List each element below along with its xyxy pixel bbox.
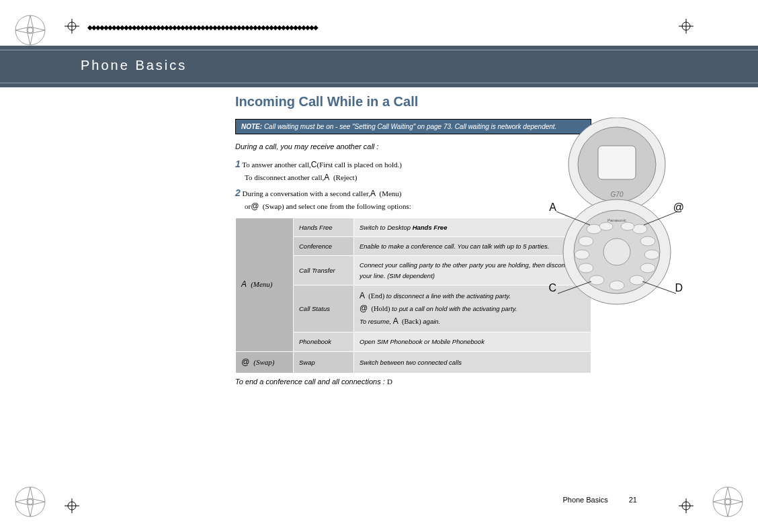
corner-ornament-icon	[13, 13, 47, 47]
svg-point-27	[632, 224, 647, 234]
page-number: 21	[629, 496, 637, 504]
option-name: Phonebook	[294, 332, 354, 351]
end-line: To end a conference call and all connect…	[235, 378, 591, 386]
note-box: NOTE: Call waiting must be on - see "Set…	[235, 119, 591, 134]
phone-key-label-D: D	[675, 282, 683, 294]
phone-key-label-A: A	[549, 202, 556, 214]
svg-point-28	[579, 236, 593, 246]
option-name: Conference	[294, 237, 354, 256]
svg-rect-20	[598, 146, 636, 179]
phone-key-label-C: C	[548, 282, 556, 294]
svg-point-37	[599, 222, 613, 230]
option-name: Hands Free	[294, 218, 354, 237]
option-desc: Switch between two connected calls	[354, 351, 591, 373]
step-number: 2	[235, 187, 241, 198]
svg-point-38	[621, 222, 634, 230]
svg-point-33	[640, 263, 655, 273]
option-name: Call Status	[294, 285, 354, 332]
phone-key-label-at: @	[673, 202, 684, 214]
swap-key-cell: @ (Swap)	[236, 351, 294, 373]
main-content: Incoming Call While in a Call NOTE: Call…	[235, 94, 591, 386]
note-label: NOTE:	[241, 123, 262, 130]
registration-mark-icon	[65, 498, 79, 513]
section-title: Incoming Call While in a Call	[235, 94, 591, 109]
footer-section: Phone Basics	[562, 496, 607, 504]
registration-mark-icon	[65, 19, 79, 34]
svg-point-0	[15, 15, 45, 45]
svg-point-31	[644, 250, 659, 259]
svg-point-35	[630, 275, 644, 285]
registration-mark-icon	[679, 498, 693, 513]
header-bar: Phone Basics	[0, 46, 758, 87]
intro-text: During a call, you may receive another c…	[235, 142, 591, 150]
svg-text:G70: G70	[611, 191, 624, 198]
svg-text:Panasonic: Panasonic	[607, 218, 626, 222]
svg-point-4	[713, 487, 743, 517]
corner-ornament-icon	[711, 485, 745, 519]
diamond-border-decoration: ◆◆◆◆◆◆◆◆◆◆◆◆◆◆◆◆◆◆◆◆◆◆◆◆◆◆◆◆◆◆◆◆◆◆◆◆◆◆◆◆…	[87, 24, 317, 31]
options-table: A (Menu) Hands Free Switch to Desktop Ha…	[235, 218, 591, 373]
option-name: Call Transfer	[294, 256, 354, 285]
svg-point-36	[609, 281, 624, 290]
option-name: Swap	[294, 351, 354, 373]
svg-point-30	[575, 250, 589, 259]
svg-point-5	[725, 499, 730, 504]
table-row: A (Menu) Hands Free Switch to Desktop Ha…	[236, 218, 591, 237]
table-row: @ (Swap) Swap Switch between two connect…	[236, 351, 591, 373]
option-desc: Open SIM Phonebook or Mobile Phonebook	[354, 332, 591, 351]
note-text: Call waiting must be on - see "Setting C…	[264, 123, 557, 130]
step-2: 2 During a conversation with a second ca…	[235, 186, 591, 212]
corner-ornament-icon	[13, 485, 47, 519]
registration-mark-icon	[679, 19, 693, 34]
svg-point-2	[15, 487, 45, 517]
svg-point-3	[28, 499, 33, 504]
svg-point-1	[28, 28, 33, 33]
svg-point-34	[589, 275, 604, 285]
svg-point-29	[640, 236, 655, 246]
step-number: 1	[235, 159, 241, 169]
footer: Phone Basics 21	[562, 496, 637, 504]
svg-point-32	[579, 263, 593, 273]
phone-illustration: G70 Panasonic	[550, 118, 684, 306]
menu-key-cell: A (Menu)	[236, 218, 294, 352]
step-1: 1 To answer another call,C(First call is…	[235, 157, 591, 183]
svg-point-26	[587, 224, 601, 234]
svg-point-25	[603, 238, 630, 265]
